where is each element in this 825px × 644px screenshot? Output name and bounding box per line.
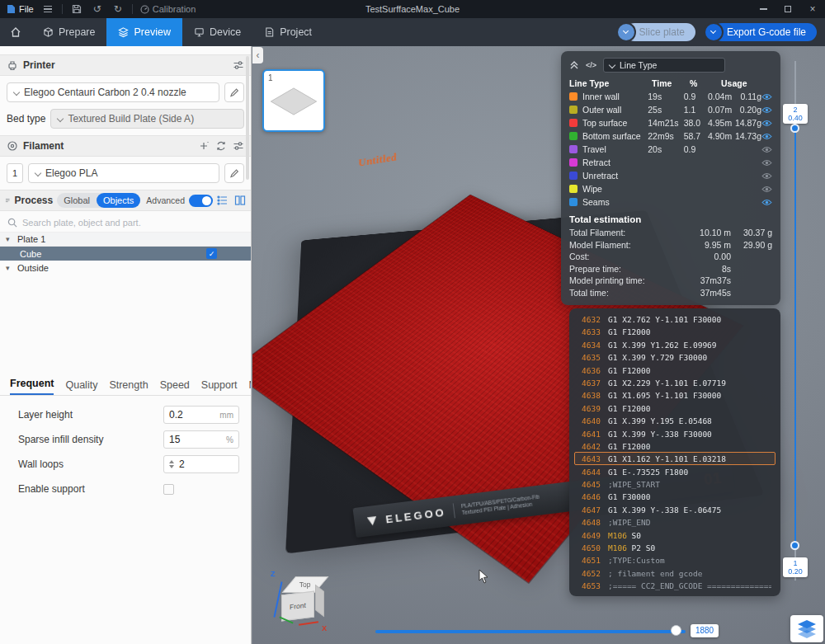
tab-project[interactable]: Project	[252, 18, 323, 46]
gcode-line[interactable]: 4646G1 F30000	[574, 490, 776, 502]
gcode-line[interactable]: 4653;===== CC2_END_GCODE ===============…	[574, 579, 776, 591]
bed-type-select[interactable]: Textured Build Plate (Side A)	[50, 109, 244, 129]
visibility-eye-icon[interactable]	[761, 93, 772, 101]
line-type-row[interactable]: Outer wall25s1.10.07m0.20g	[569, 103, 772, 116]
line-type-row[interactable]: Seams	[569, 195, 772, 209]
calibration-menu[interactable]: Calibration	[140, 4, 196, 14]
line-type-row[interactable]: Unretract	[569, 169, 772, 182]
export-gcode-button[interactable]: Export G-code file	[705, 23, 817, 41]
visibility-eye-icon[interactable]	[761, 133, 772, 140]
gcode-line[interactable]: 4638G1 X1.695 Y-1.101 F30000	[574, 388, 776, 401]
advanced-toggle[interactable]	[189, 195, 213, 207]
menu-icon[interactable]	[41, 2, 54, 16]
slice-dropdown-icon[interactable]	[618, 24, 634, 40]
gcode-line[interactable]: 4636G1 F12000	[574, 364, 776, 376]
printer-settings-icon[interactable]	[233, 59, 244, 71]
visibility-eye-icon[interactable]	[761, 146, 772, 153]
gcode-line[interactable]: 4650M106 P2 S0	[574, 541, 776, 553]
checkbox-unchecked[interactable]	[163, 484, 174, 495]
param-input-wall-loops[interactable]: 2	[163, 455, 239, 473]
filament-select[interactable]: Elegoo PLA	[28, 163, 219, 183]
checkbox-checked[interactable]: ✓	[206, 248, 217, 259]
visibility-eye-icon[interactable]	[761, 120, 772, 127]
visibility-eye-icon[interactable]	[761, 106, 772, 114]
visibility-eye-icon[interactable]	[761, 159, 772, 167]
settings-tab-speed[interactable]: Speed	[160, 379, 190, 395]
undo-icon[interactable]: ↺	[91, 2, 104, 16]
gcode-line[interactable]: 4651;TYPE:Custom	[574, 553, 776, 566]
gcode-line[interactable]: 4633G1 F12000	[574, 325, 776, 337]
export-dropdown-icon[interactable]	[705, 24, 722, 40]
tree-item-outside[interactable]: ▾ Outside	[0, 261, 251, 275]
segment-objects[interactable]: Objects	[97, 193, 140, 208]
visibility-eye-icon[interactable]	[761, 199, 772, 206]
collapse-sidebar-handle[interactable]: ‹	[252, 47, 263, 63]
close-button[interactable]: ×	[800, 0, 825, 18]
gcode-line[interactable]: 4648;WIPE_END	[574, 515, 776, 528]
tree-item-plate-1[interactable]: ▾ Plate 1	[0, 233, 251, 247]
edit-printer-button[interactable]	[224, 82, 244, 102]
edit-filament-button[interactable]	[224, 163, 244, 183]
settings-tab-quality[interactable]: Quality	[65, 379, 97, 395]
gcode-line[interactable]: 4632G1 X2.762 Y-1.101 F30000	[574, 313, 776, 325]
gcode-line[interactable]: 4641G1 X.399 Y-.338 F30000	[574, 427, 776, 440]
minimize-button[interactable]	[751, 0, 776, 18]
slice-plate-button[interactable]: Slice plate	[618, 23, 695, 41]
visibility-eye-icon[interactable]	[761, 172, 772, 180]
assembly-view-button[interactable]	[790, 615, 823, 642]
settings-tab-strength[interactable]: Strength	[109, 379, 148, 395]
gcode-line[interactable]: 4652; filament end gcode	[574, 566, 776, 579]
line-type-row[interactable]: Bottom surface22m9s58.74.90m14.73g	[569, 129, 772, 143]
gcode-line[interactable]: 4644G1 E-.73525 F1800	[574, 465, 776, 477]
collapse-triangle-icon[interactable]: ▾	[6, 235, 13, 243]
plate-thumbnail[interactable]: 1	[262, 69, 325, 132]
compare-columns-icon[interactable]	[234, 195, 246, 206]
gcode-line[interactable]: 4634G1 X.399 Y1.262 E.09969	[574, 338, 776, 350]
collapse-triangle-icon[interactable]: ▾	[6, 264, 13, 272]
orientation-gizmo[interactable]: Z Top Front X	[271, 570, 340, 644]
search-input[interactable]	[22, 218, 243, 228]
gcode-window-icon[interactable]: </>	[586, 61, 596, 69]
home-button[interactable]	[0, 18, 31, 46]
visibility-eye-icon[interactable]	[761, 186, 772, 193]
gizmo-front-face[interactable]: Front	[281, 591, 314, 622]
line-type-row[interactable]: Inner wall19s0.90.04m0.11g	[569, 90, 772, 103]
gcode-line[interactable]: 4640G1 X.399 Y.195 E.05468	[574, 414, 776, 426]
filament-slot-badge[interactable]: 1	[7, 163, 23, 183]
gcode-line[interactable]: 4639G1 F12000	[574, 402, 776, 414]
gcode-line[interactable]: 4643G1 X1.162 Y-1.101 E.03218	[574, 452, 776, 464]
tab-prepare[interactable]: Prepare	[31, 18, 106, 46]
line-type-row[interactable]: Top surface14m21s38.04.95m14.87g	[569, 116, 772, 129]
gcode-line[interactable]: 4645;WIPE_START	[574, 477, 776, 490]
gcode-line[interactable]: 4642G1 F12000	[574, 440, 776, 452]
view-type-dropdown[interactable]: Line Type	[603, 58, 725, 73]
3d-viewport[interactable]: Untitled ELEGOO PLA/TPU/ABS/PETG/Carbon-…	[252, 46, 825, 644]
process-list-icon[interactable]	[217, 195, 229, 206]
collapse-panel-icon[interactable]	[569, 60, 579, 70]
line-type-row[interactable]: Wipe	[569, 182, 772, 195]
tab-preview[interactable]: Preview	[106, 18, 182, 46]
move-slider-handle[interactable]	[671, 625, 681, 636]
settings-tab-frequent[interactable]: Frequent	[10, 378, 54, 396]
filament-settings-icon[interactable]	[233, 140, 244, 152]
add-filament-icon[interactable]	[198, 140, 210, 152]
gcode-line[interactable]: 4647G1 X.399 Y-.338 E-.06475	[574, 503, 776, 515]
file-menu[interactable]: File	[7, 4, 34, 14]
tab-device[interactable]: Device	[182, 18, 252, 46]
gizmo-side-face[interactable]	[315, 585, 324, 618]
move-slider-track[interactable]	[375, 630, 686, 633]
sync-filament-icon[interactable]	[215, 140, 227, 152]
printer-select[interactable]: Elegoo Centauri Carbon 2 0.4 nozzle	[7, 82, 219, 102]
settings-tab-mu[interactable]: Mu...	[249, 379, 251, 395]
layer-slider-top-handle[interactable]	[790, 124, 799, 133]
param-input-sparse-infill-density[interactable]: 15%	[163, 430, 239, 449]
gcode-line[interactable]: 4649M106 S0	[574, 529, 776, 541]
redo-icon[interactable]: ↻	[111, 2, 125, 16]
maximize-button[interactable]	[776, 0, 800, 18]
scrollbar-thumb[interactable]	[246, 56, 249, 180]
save-icon[interactable]	[70, 2, 83, 16]
line-type-row[interactable]: Travel20s0.9	[569, 143, 772, 156]
layer-slider-bottom-handle[interactable]	[790, 541, 799, 550]
tree-item-cube[interactable]: Cube ✓	[0, 247, 251, 261]
gcode-line[interactable]: 4635G1 X.399 Y.729 F30000	[574, 350, 776, 363]
